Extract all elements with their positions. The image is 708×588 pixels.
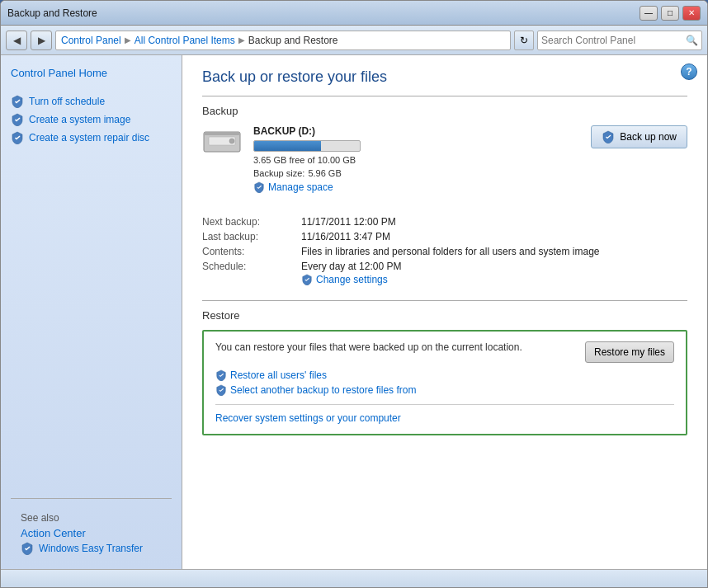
schedule-row: Schedule: Every day at 12:00 PM Change s… — [202, 261, 687, 285]
restore-divider — [202, 300, 687, 301]
last-backup-row: Last backup: 11/16/2011 3:47 PM — [202, 231, 687, 242]
select-backup-link[interactable]: Select another backup to restore files f… — [215, 384, 674, 396]
shield-icon-3 — [11, 131, 24, 144]
maximize-button[interactable]: □ — [661, 6, 679, 21]
restore-description: You can restore your files that were bac… — [215, 341, 522, 353]
svg-point-2 — [229, 139, 234, 143]
shield-icon-4 — [21, 542, 34, 555]
page-title: Back up or restore your files — [202, 68, 687, 86]
contents-value: Files in libraries and personal folders … — [301, 246, 600, 257]
forward-button[interactable]: ▶ — [31, 31, 52, 50]
recover-system-link[interactable]: Recover system settings or your computer — [215, 412, 401, 424]
restore-links: Restore all users' files Select another … — [215, 369, 674, 396]
last-backup-label: Last backup: — [202, 231, 301, 242]
sidebar-divider — [11, 498, 172, 499]
svg-rect-3 — [204, 132, 240, 135]
main-window: Backup and Restore — □ ✕ ◀ ▶ Control Pan… — [0, 0, 708, 588]
sidebar-link-create-system-image[interactable]: Create a system image — [1, 111, 182, 129]
disk-icon-wrap — [202, 125, 242, 155]
contents-label: Contents: — [202, 246, 301, 257]
next-backup-label: Next backup: — [202, 216, 301, 228]
backup-size-label: Backup size: — [253, 168, 304, 178]
back-button[interactable]: ◀ — [6, 31, 27, 50]
disk-area: BACKUP (D:) 3.65 GB free of 10.00 GB Bac… — [202, 125, 361, 193]
restore-users-icon — [215, 369, 227, 381]
schedule-value: Every day at 12:00 PM — [301, 261, 401, 272]
backup-section-label: Backup — [202, 105, 687, 117]
backup-divider — [202, 96, 687, 96]
main-area: Control Panel Home Turn off schedule Cre… — [1, 55, 707, 569]
backup-btn-icon — [602, 130, 615, 143]
search-icon[interactable]: 🔍 — [686, 35, 698, 46]
status-bar — [1, 569, 707, 587]
contents-row: Contents: Files in libraries and persona… — [202, 246, 687, 257]
help-icon[interactable]: ? — [681, 64, 697, 80]
disk-name: BACKUP (D:) — [253, 125, 361, 137]
content-panel: ? Back up or restore your files Backup — [182, 55, 707, 569]
sidebar-home-link[interactable]: Control Panel Home — [1, 64, 182, 82]
select-backup-icon — [215, 384, 227, 396]
window-title: Backup and Restore — [7, 7, 97, 19]
disk-info: BACKUP (D:) 3.65 GB free of 10.00 GB Bac… — [253, 125, 361, 193]
change-settings-icon — [301, 274, 313, 285]
close-button[interactable]: ✕ — [682, 6, 701, 21]
address-bar: ◀ ▶ Control Panel ▶ All Control Panel It… — [1, 26, 707, 55]
minimize-button[interactable]: — — [640, 6, 658, 21]
restore-all-users-link[interactable]: Restore all users' files — [215, 369, 674, 381]
restore-box: You can restore your files that were bac… — [202, 330, 687, 435]
sidebar: Control Panel Home Turn off schedule Cre… — [1, 55, 182, 569]
search-input[interactable] — [541, 35, 686, 46]
search-bar: 🔍 — [537, 31, 702, 50]
sidebar-link-turn-off-schedule[interactable]: Turn off schedule — [1, 92, 182, 111]
sidebar-see-also: See also Action Center Windows Easy Tran… — [1, 506, 182, 561]
back-up-now-button[interactable]: Back up now — [591, 125, 687, 148]
breadcrumb-current: Backup and Restore — [248, 35, 338, 46]
sidebar-link-create-repair-disc[interactable]: Create a system repair disc — [1, 129, 182, 147]
sidebar-action-center-link[interactable]: Action Center — [11, 524, 96, 543]
refresh-button[interactable]: ↻ — [514, 31, 534, 50]
manage-space-icon — [253, 181, 265, 193]
next-backup-value: 11/17/2011 12:00 PM — [301, 216, 396, 228]
breadcrumb: Control Panel ▶ All Control Panel Items … — [55, 31, 511, 50]
progress-bar — [253, 140, 361, 152]
schedule-label: Schedule: — [202, 261, 301, 272]
shield-icon-1 — [11, 95, 24, 108]
backup-size-value: 5.96 GB — [308, 168, 341, 178]
disk-icon — [202, 125, 242, 155]
manage-space-link[interactable]: Manage space — [253, 181, 361, 193]
breadcrumb-control-panel[interactable]: Control Panel — [61, 35, 121, 46]
shield-icon-2 — [11, 113, 24, 126]
last-backup-value: 11/16/2011 3:47 PM — [301, 231, 390, 242]
title-bar-buttons: — □ ✕ — [640, 6, 701, 21]
title-bar: Backup and Restore — □ ✕ — [1, 1, 707, 26]
restore-top: You can restore your files that were bac… — [215, 341, 674, 363]
change-settings-link[interactable]: Change settings — [301, 274, 401, 285]
breadcrumb-all-items[interactable]: All Control Panel Items — [135, 35, 235, 46]
disk-free: 3.65 GB free of 10.00 GB — [253, 155, 361, 165]
restore-bottom: Recover system settings or your computer — [215, 404, 674, 424]
restore-my-files-button[interactable]: Restore my files — [585, 341, 674, 363]
progress-fill — [254, 141, 321, 151]
restore-section-label: Restore — [202, 309, 687, 322]
next-backup-row: Next backup: 11/17/2011 12:00 PM — [202, 216, 687, 228]
